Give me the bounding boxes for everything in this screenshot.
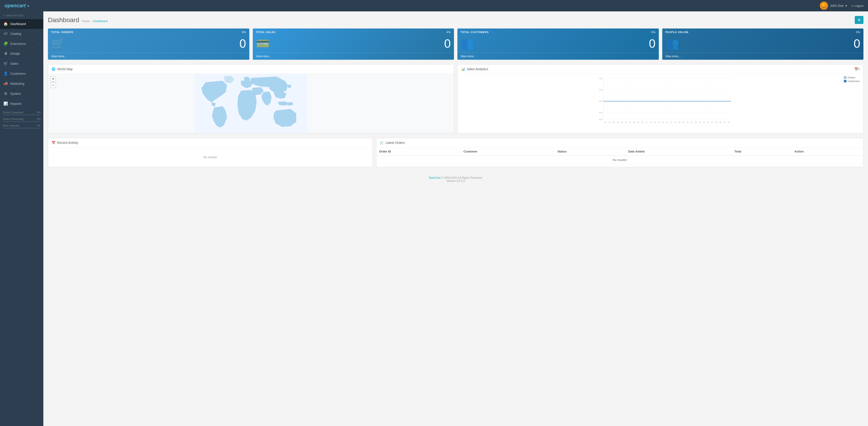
- zoom-in-button[interactable]: +: [51, 76, 56, 81]
- nav-label-catalog: Catalog: [10, 32, 21, 36]
- world-map-header: 🌐 World Map: [48, 65, 454, 74]
- sales-analytics-title: Sales Analytics: [467, 67, 488, 71]
- nav-label-sales: Sales: [10, 62, 18, 65]
- settings-button[interactable]: ⚙: [855, 16, 863, 24]
- svg-text:25: 25: [703, 122, 705, 123]
- svg-text:19: 19: [678, 122, 680, 123]
- stat-card-footer-people-online[interactable]: View more...: [662, 53, 864, 60]
- stat-card-body-people-online: 👥 0: [662, 34, 864, 53]
- sidebar-item-system[interactable]: ⚙ System ›: [0, 89, 43, 99]
- user-info[interactable]: 🏆 John Doe ▾: [820, 2, 847, 10]
- svg-text:28: 28: [715, 122, 717, 123]
- breadcrumb-separator: ›: [91, 20, 92, 23]
- orders-table: Order ID Customer Status Date Added Tota…: [376, 148, 863, 164]
- legend-color: [844, 80, 846, 83]
- nav-item-left-sales: 🛒 Sales: [3, 61, 18, 66]
- svg-text:20: 20: [683, 122, 684, 123]
- stat-card-footer-total-customers[interactable]: View more...: [457, 53, 659, 60]
- catalog-nav-icon: 🏷: [3, 32, 8, 36]
- stat-card-body-total-customers: 👥 0: [457, 34, 659, 53]
- stat-card-label-people-online: PEOPLE ONLINE: [665, 31, 689, 33]
- page-title: Dashboard: [48, 17, 79, 24]
- sidebar-item-design[interactable]: 🖥 Design ›: [0, 49, 43, 59]
- svg-text:12: 12: [650, 122, 652, 123]
- svg-text:02: 02: [609, 122, 611, 123]
- latest-orders-title: Latest Orders: [385, 141, 405, 144]
- globe-icon: 🌐: [52, 67, 56, 71]
- svg-text:26: 26: [707, 122, 709, 123]
- svg-text:22: 22: [691, 122, 692, 123]
- nav-item-left-catalog: 🏷 Catalog: [3, 32, 21, 36]
- orders-no-results-row: No results!: [376, 156, 863, 164]
- reports-nav-icon: 📊: [3, 101, 8, 106]
- svg-text:-1.0: -1.0: [598, 118, 602, 121]
- footer-brand[interactable]: OpenCart: [429, 176, 440, 179]
- stat-card-icon-total-orders: 🛒: [51, 37, 65, 50]
- stat-card-footer-total-orders[interactable]: View more...: [48, 53, 249, 60]
- sidebar-item-marketing[interactable]: 📣 Marketing ›: [0, 79, 43, 89]
- sidebar-item-dashboard[interactable]: 🏠 Dashboard: [0, 19, 43, 29]
- header-right: 🏆 John Doe ▾ ⎋ Logout: [820, 2, 863, 10]
- design-nav-icon: 🖥: [3, 52, 8, 56]
- svg-text:30: 30: [723, 122, 725, 123]
- svg-text:15: 15: [662, 122, 664, 123]
- footer: OpenCart © 2009-2020 All Rights Reserved…: [48, 172, 863, 187]
- chevron-down-icon: ▾: [845, 4, 847, 7]
- svg-text:0.0: 0.0: [599, 100, 602, 102]
- stat-card-icon-total-sales: 💳: [256, 37, 270, 50]
- progress-label: Orders Completed 0%: [3, 111, 41, 114]
- breadcrumb-home[interactable]: Home: [82, 20, 90, 23]
- world-map-svg: [48, 74, 454, 133]
- page-header: Dashboard Home › Dashboard ⚙: [48, 16, 863, 24]
- svg-text:27: 27: [711, 122, 713, 123]
- footer-copyright: © 2009-2020 All Rights Reserved.: [441, 176, 483, 179]
- nav-label-extensions: Extensions: [10, 42, 26, 45]
- sidebar-item-customers[interactable]: 👤 Customers ›: [0, 69, 43, 79]
- col-status: Status: [555, 148, 625, 156]
- zoom-out-button[interactable]: −: [51, 83, 56, 88]
- recent-activity-panel: 📅 Recent Activity No results!: [48, 138, 373, 167]
- calendar-icon: 📅: [52, 141, 56, 144]
- svg-text:1.0: 1.0: [599, 77, 602, 79]
- chart-icon: 📊: [461, 67, 465, 71]
- stat-cards: TOTAL ORDERS 0% 🛒 0 View more... TOTAL S…: [48, 29, 863, 60]
- chevron-icon-system: ›: [39, 92, 40, 95]
- stat-card-pct-total-sales: 0%: [447, 31, 451, 33]
- stat-card-icon-people-online: 👥: [665, 37, 679, 50]
- nav-label-customers: Customers: [10, 72, 26, 75]
- progress-item: Orders Completed 0%: [3, 111, 41, 115]
- progress-label: Other Statuses 0%: [3, 124, 41, 127]
- logo-arrow: »: [27, 3, 29, 8]
- world-map-panel: 🌐 World Map + −: [48, 64, 454, 133]
- svg-text:24: 24: [699, 122, 701, 123]
- stat-card-body-total-sales: 💳 0: [253, 34, 454, 53]
- progress-bar: [3, 128, 41, 129]
- sidebar-item-reports[interactable]: 📊 Reports ›: [0, 99, 43, 109]
- svg-text:07: 07: [629, 122, 631, 123]
- sidebar-item-sales[interactable]: 🛒 Sales ›: [0, 59, 43, 69]
- recent-activity-header: 📅 Recent Activity: [48, 138, 373, 148]
- sidebar-item-extensions[interactable]: 🧩 Extensions ›: [0, 39, 43, 49]
- stat-card-pct-total-orders: 0%: [242, 31, 246, 33]
- stat-card-value-total-sales: 0: [444, 37, 451, 51]
- svg-text:21: 21: [687, 122, 688, 123]
- stat-card-footer-total-sales[interactable]: View more...: [253, 53, 454, 60]
- extensions-nav-icon: 🧩: [3, 41, 8, 46]
- calendar-icon[interactable]: 📅▾: [854, 67, 860, 71]
- chevron-icon-sales: ›: [39, 62, 40, 65]
- svg-text:16: 16: [666, 122, 668, 123]
- progress-item-value: 0%: [37, 124, 41, 127]
- orders-table-header-row: Order ID Customer Status Date Added Tota…: [376, 148, 863, 156]
- nav-label-reports: Reports: [10, 102, 22, 105]
- nav-item-left-extensions: 🧩 Extensions: [3, 41, 26, 46]
- sidebar-item-catalog[interactable]: 🏷 Catalog ›: [0, 29, 43, 39]
- progress-item-name: Orders Processing: [3, 118, 24, 120]
- chevron-icon-extensions: ›: [39, 42, 40, 45]
- latest-orders-title-area: 🛒 Latest Orders: [380, 141, 405, 144]
- chevron-icon-reports: ›: [39, 102, 40, 105]
- customers-nav-icon: 👤: [3, 71, 8, 76]
- map-controls: + −: [51, 76, 56, 88]
- stat-card-pct-people-online: 0%: [856, 31, 860, 33]
- col-order-id: Order ID: [376, 148, 461, 156]
- logout-button[interactable]: ⎋ Logout: [851, 4, 863, 7]
